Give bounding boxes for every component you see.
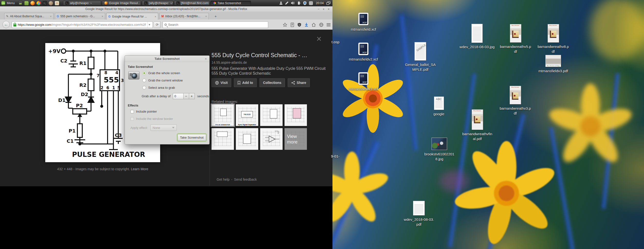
lightbox-close-icon[interactable]: × <box>316 34 322 43</box>
related-thumb-lm3909[interactable] <box>212 128 234 150</box>
file-manager-icon[interactable] <box>24 1 29 5</box>
account-globe-icon[interactable] <box>319 23 324 27</box>
url-bar[interactable]: https://www.google.com/imgres?imgurl=htt… <box>12 21 153 28</box>
shield-addon-icon[interactable]: V <box>298 23 301 27</box>
related-thumb-timer-circuit[interactable] <box>236 128 258 150</box>
view-more-overlay[interactable]: View more <box>284 128 307 150</box>
firefox-launcher-icon[interactable] <box>30 1 35 5</box>
radio-icon[interactable] <box>142 86 146 89</box>
dialog-titlebar[interactable]: Take Screenshot <box>125 56 209 62</box>
taskbar-window-terminal-2[interactable]: >_ [ally@cheapo: ~/Des... <box>142 1 173 5</box>
back-button[interactable]: ← <box>2 21 10 28</box>
delay-input[interactable]: 0 <box>173 93 184 99</box>
dialog-close-icon[interactable]: × <box>205 57 207 61</box>
radio-selected-icon[interactable] <box>142 71 146 75</box>
get-help-link[interactable]: Get help <box>216 178 230 181</box>
reload-button[interactable]: ⟳ <box>154 21 160 28</box>
url-text[interactable]: https://www.google.com/imgres?imgurl=htt… <box>18 23 146 26</box>
taskbar-window-firefox[interactable]: Google Image Resul... <box>102 1 141 5</box>
minimize-button[interactable]: − <box>318 7 320 11</box>
related-thumb-sync-separator[interactable]: 74LS123 Sync Signal Separator <box>236 104 258 126</box>
ic-chip <box>293 108 301 118</box>
new-tab-button[interactable]: + <box>213 14 218 19</box>
gimp-launcher-icon[interactable] <box>49 1 53 5</box>
radio-select-area[interactable]: Select area to grab <box>142 86 175 89</box>
screenshot-tray-icon[interactable] <box>309 1 313 5</box>
partial-icon-label[interactable]: 9-01- <box>331 154 340 158</box>
related-thumb-pulse-generator[interactable]: PULSE GENERATOR <box>212 104 234 126</box>
menu-button[interactable]: Menu <box>7 1 15 5</box>
close-button[interactable]: × <box>328 7 330 11</box>
chrome-launcher-icon[interactable] <box>36 1 41 5</box>
search-input[interactable] <box>168 23 266 26</box>
checkbox-icon[interactable] <box>130 110 134 113</box>
taskbar-window-terminal-1[interactable]: >_ ally@cheapo: ~ <box>63 1 101 5</box>
visit-button[interactable]: Visit <box>212 78 231 87</box>
partial-icon-label[interactable]: t.osp <box>332 40 340 44</box>
desktop-icon-mtmansfield-xcf[interactable]: XCF mtmansfield.xcf <box>346 13 380 32</box>
terminal-launcher-icon[interactable]: >_ <box>42 1 47 5</box>
result-title[interactable]: 555 Duty Cycle Control Schematic - … <box>212 52 328 59</box>
workspace-switcher-icon[interactable] <box>326 1 330 5</box>
share-button[interactable]: Share <box>288 78 310 87</box>
desktop-icon-barnandwreathv8-pdf[interactable]: Merry Christmas barnandwreathv8.pdf <box>536 24 570 54</box>
related-thumb-shutter-circuit[interactable] <box>284 104 307 126</box>
maximize-button[interactable]: + <box>323 7 325 11</box>
background-blur-blob <box>590 0 644 61</box>
download-icon[interactable] <box>304 23 308 27</box>
delay-increment-button[interactable]: + <box>189 93 195 99</box>
mint-menu-icon[interactable]: Lm <box>1 1 5 5</box>
tab-close-icon[interactable]: × <box>155 15 156 18</box>
radio-grab-whole-screen[interactable]: Grab the whole screen <box>142 71 180 75</box>
clock[interactable]: 20:04 <box>316 1 324 5</box>
desktop-icon-barnandwreathvfinal-pdf[interactable]: Merry Christmas barnandwreathvfinal.pdf <box>460 109 494 141</box>
desktop-icon-barnandwreathv3-pdf[interactable]: Merry Christmas barnandwreathv3.pdf <box>498 86 532 116</box>
notes-launcher-icon[interactable] <box>55 1 59 5</box>
add-to-button[interactable]: Add to <box>234 78 256 87</box>
learn-more-link[interactable]: Learn More <box>131 167 148 171</box>
include-pointer-checkbox[interactable]: Include pointer <box>130 110 157 113</box>
taskbar-window-screenshot[interactable]: Take Screenshot <box>210 1 251 5</box>
tab-gmail-inbox[interactable]: M Inbox (23,420) - flint@flin... × <box>160 13 209 19</box>
battery-tray-icon[interactable] <box>297 1 301 5</box>
related-thumb-opamp-circuit[interactable] <box>260 128 282 150</box>
desktop-icon-wdev-jpg[interactable]: wdev_2018-08-03.jpg <box>453 24 502 49</box>
collections-button[interactable]: Collections <box>260 78 285 87</box>
shield-update-tray-icon[interactable]: i <box>303 1 307 5</box>
https-lock-icon[interactable] <box>14 24 16 26</box>
desktop-icon-google-doc[interactable]: ABC google <box>422 97 456 116</box>
tablet-pen-tray-icon[interactable] <box>285 1 289 5</box>
home-icon[interactable] <box>312 23 316 27</box>
search-bar[interactable] <box>162 21 268 28</box>
related-thumb-view-more[interactable]: View more <box>284 128 307 150</box>
reading-list-icon[interactable] <box>290 23 294 27</box>
related-thumb-555-circuit[interactable] <box>260 104 282 126</box>
radio-grab-current-window[interactable]: Grab the current window <box>142 78 183 82</box>
radio-icon[interactable] <box>142 78 146 82</box>
desktop-icon-general-ballot-pdf[interactable]: SAMPLE General_ballot_SAMPLE.pdf <box>403 42 437 72</box>
tab-butternut-squash[interactable]: ✎ All About Butternut Squa... × <box>4 13 54 19</box>
desktop-icon-mtmansfieldv3-pdf[interactable]: Merry Christmas and Happy New Year mtman… <box>536 55 570 73</box>
taskbar-window-terminal-3[interactable]: >_ [flint@mail.flint.com:... <box>174 1 210 5</box>
desktop-icon-barnandwreathv5-pdf[interactable]: Merry Christmas barnandwreathv5.pdf <box>498 24 532 54</box>
tab-close-icon[interactable]: × <box>102 15 103 18</box>
firefox-titlebar[interactable]: Google Image Result for https://www.elec… <box>0 6 332 12</box>
send-feedback-link[interactable]: Send feedback <box>234 178 257 181</box>
desktop-icon-mtmansfieldv2-xcf[interactable]: XCF mtmansfieldv2.xcf <box>346 42 380 62</box>
desktop-icon-wdev-pdf[interactable]: wdev_2018-08-03.pdf <box>402 201 436 227</box>
tab-555-pwm-search[interactable]: G 555 pwm schematics - G... × <box>55 13 105 19</box>
tab-close-icon[interactable]: × <box>206 15 207 18</box>
menu-hamburger-icon[interactable] <box>326 23 330 26</box>
take-screenshot-button[interactable]: Take Screenshot <box>178 134 206 141</box>
tab-close-icon[interactable]: × <box>50 15 52 18</box>
show-desktop-icon[interactable] <box>18 1 23 5</box>
tab-google-image-result[interactable]: G Google Image Result for ... × <box>106 13 158 20</box>
bookmark-star-icon[interactable] <box>283 23 287 27</box>
volume-tray-icon[interactable] <box>291 1 295 5</box>
delay-decrement-button[interactable]: − <box>184 93 189 99</box>
user-tray-icon[interactable] <box>279 1 283 5</box>
desktop-icon-mtmansfieldv3-xcf[interactable]: XCF mtmansfieldv3.xcf <box>346 72 380 91</box>
url-dropdown-icon[interactable]: ▼ <box>148 22 151 28</box>
window-controls: − + × <box>318 6 330 12</box>
desktop-icon-brookstv-jpg[interactable]: brookstv610022018.jpg <box>422 138 456 161</box>
